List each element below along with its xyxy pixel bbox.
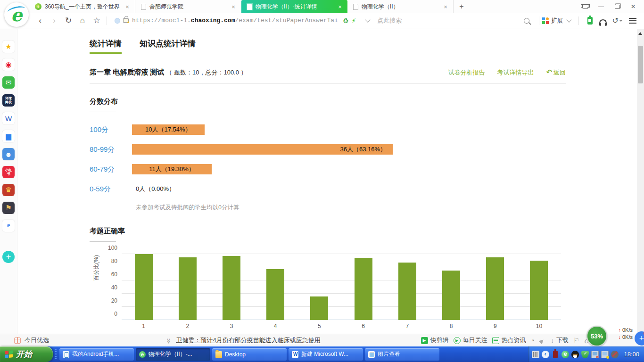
scroll-up-icon[interactable] [638, 30, 642, 35]
forward-icon[interactable]: › [47, 16, 61, 25]
sidebar-add-app-icon[interactable]: + [2, 251, 15, 263]
browser-tab-3[interactable]: 物理化学（II）-统计详情× [241, 0, 347, 13]
undo-dropdown-icon[interactable] [619, 20, 622, 23]
favorites-star-icon[interactable]: ★ [2, 41, 15, 53]
page-tab-1[interactable]: 统计详情 [90, 38, 122, 54]
whale-reader-icon[interactable]: ▆ [2, 130, 15, 142]
maximize-button[interactable] [610, 1, 624, 12]
undo-icon[interactable]: ↺ [612, 16, 619, 25]
language-chevron-icon[interactable] [542, 351, 549, 358]
y-tick-label: 80 [103, 258, 117, 264]
refresh-icon[interactable]: ↻ [61, 16, 75, 25]
browser-tab-4[interactable]: 物理化学（II）× [347, 0, 454, 13]
paper-analysis-report-link[interactable]: 试卷分析报告 [448, 68, 485, 77]
word-doc-icon[interactable]: W [2, 112, 15, 124]
new-tab-button[interactable]: + [454, 0, 470, 13]
lock-icon [123, 18, 129, 23]
bar-slot [473, 254, 517, 320]
back-icon[interactable]: ‹ [33, 16, 47, 25]
shield-icon[interactable] [581, 351, 589, 358]
taskbar-button[interactable]: 我的Android手机... [59, 348, 134, 361]
taskbar-button[interactable]: Desktop [212, 348, 287, 361]
browser-360-logo[interactable]: e [4, 2, 29, 27]
phone-icon [63, 351, 69, 358]
huanqiu-wangxiao-icon[interactable]: 环球 网校 [2, 94, 15, 107]
browser-tab-1[interactable]: +360导航_一个主页，整个世界× [29, 0, 135, 13]
tab-close-icon[interactable]: × [124, 3, 131, 10]
home-icon[interactable]: ⌂ [75, 16, 90, 25]
taskbar-button-label: Desktop [225, 351, 246, 358]
extensions-dropdown-icon[interactable] [566, 17, 571, 22]
taskbar-handle[interactable] [55, 349, 57, 360]
xiaohongshu-icon[interactable]: 小红 书 [2, 166, 15, 178]
tab-close-icon[interactable]: × [336, 3, 344, 10]
speed-mode-icon[interactable]: ⚡ [351, 17, 356, 25]
qq-icon[interactable] [571, 351, 579, 358]
keyboard-icon[interactable] [532, 351, 539, 358]
game-sea-icon[interactable]: ☻ [2, 148, 15, 160]
menu-icon[interactable] [629, 18, 636, 24]
score-bar: 36人（63.16%） [132, 144, 393, 155]
today-pick-link[interactable]: 今日优选 [25, 336, 49, 345]
skin-icon[interactable] [578, 1, 592, 12]
bookmark-star-icon[interactable]: ☆ [90, 16, 104, 25]
site-info-icon[interactable] [115, 18, 120, 24]
flag-icon[interactable]: ⚐ [573, 337, 579, 344]
url-dropdown-icon[interactable] [365, 17, 371, 22]
ad-filter-icon[interactable]: ♻ [343, 17, 349, 25]
start-button[interactable]: 开始 [0, 346, 53, 362]
score-range-label: 60-79分 [90, 165, 132, 174]
chart-bar-q2 [179, 257, 197, 320]
download-arrow-icon: ↓ [618, 334, 621, 340]
green-e-icon[interactable]: e [561, 351, 569, 358]
battery-icon[interactable] [553, 351, 558, 358]
vertical-scrollbar[interactable] [637, 29, 644, 334]
weibo-icon[interactable]: ◉ [2, 58, 15, 71]
download-button[interactable]: ↓下载 [551, 336, 569, 345]
game-battle-icon[interactable]: ⚑ [2, 202, 15, 214]
close-button[interactable]: ✕ [626, 1, 640, 12]
daily-follow-button[interactable]: ▶每日关注 [454, 336, 487, 345]
windows-taskbar: 开始 我的Android手机...e物理化学（II）-...Desktop新建 … [0, 346, 644, 362]
tab-close-icon[interactable]: × [230, 3, 237, 10]
tab-close-icon[interactable]: × [442, 3, 449, 10]
memory-percent-badge[interactable]: 53% [586, 326, 607, 346]
search-input[interactable]: 点此搜索 [377, 16, 523, 25]
taskbar-button[interactable]: 图片查看 [365, 348, 439, 361]
taskbar-button[interactable]: e物理化学（II）-... [136, 348, 210, 361]
back-link[interactable]: ↶返回 [546, 68, 566, 77]
address-url[interactable]: https://mooc1-1.chaoxing.com/exam/test/s… [132, 17, 338, 24]
hot-news-button[interactable]: 热点资讯 [492, 336, 526, 345]
clock: 18:00 [624, 351, 639, 358]
mail-icon[interactable]: ✉ [2, 76, 15, 89]
listen-mode-icon[interactable] [599, 19, 607, 24]
extensions-label[interactable]: 扩展 [551, 16, 563, 25]
news-ticker-link[interactable]: 卫健委：预计4月份有部分疫苗能进入临床或应急使用 [176, 336, 321, 345]
network-error-icon[interactable] [591, 351, 599, 358]
chart-bar-q1 [135, 254, 153, 320]
score-note: 未参加考试及待批阅的学生均以0分计算 [136, 204, 566, 212]
game-emperor-icon[interactable]: ♛ [2, 184, 15, 196]
bar-slot [517, 254, 561, 320]
page-tabs: 统计详情知识点统计详情 [90, 38, 566, 54]
network-signal-icon[interactable] [601, 351, 609, 358]
chart-bar-q5 [310, 296, 328, 320]
ip-proxy-icon[interactable]: iP [2, 220, 15, 232]
score-range-label: 100分 [90, 125, 132, 134]
exam-detail-export-link[interactable]: 考试详情导出 [497, 68, 534, 77]
speed-gauge-icon[interactable]: ◔ [531, 337, 535, 344]
search-icon[interactable] [524, 18, 529, 24]
minimize-button[interactable]: — [594, 1, 608, 12]
extensions-grid-icon[interactable] [542, 17, 549, 24]
x-tick-label: 7 [385, 323, 429, 329]
boost-rocket-icon[interactable] [538, 337, 546, 345]
blocked-icon[interactable] [611, 351, 619, 358]
page-tab-2[interactable]: 知识点统计详情 [140, 38, 196, 54]
battery-saver-icon[interactable] [587, 17, 593, 25]
score-bar-zone: 0人（0.00%） [132, 184, 566, 194]
scrollbar-thumb[interactable] [638, 46, 643, 83]
quick-clip-button[interactable]: ▶快剪辑 [421, 336, 449, 345]
divider [90, 83, 566, 84]
taskbar-button[interactable]: 新建 Microsoft W... [289, 348, 363, 361]
browser-tab-2[interactable]: 合肥师范学院× [135, 0, 241, 13]
